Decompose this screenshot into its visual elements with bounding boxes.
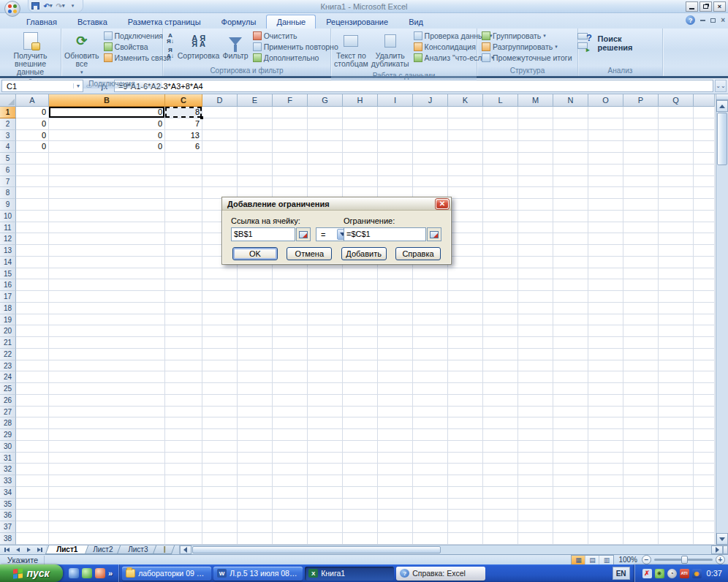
cell-P14[interactable] — [623, 257, 659, 268]
cell-K3[interactable] — [448, 130, 483, 142]
cell-G18[interactable] — [308, 303, 343, 314]
insert-sheet-tab[interactable] — [153, 545, 175, 554]
cell-I16[interactable] — [378, 279, 413, 291]
cell-J2[interactable] — [413, 118, 448, 130]
cell-I23[interactable] — [378, 360, 413, 372]
cell-Q30[interactable] — [659, 441, 694, 453]
cell-A9[interactable] — [16, 199, 49, 211]
column-header-partial[interactable] — [694, 94, 715, 107]
cell-N19[interactable] — [553, 314, 588, 326]
zoom-track[interactable] — [654, 559, 713, 561]
help-dialog-button[interactable]: Справка — [395, 247, 441, 260]
cell-K17[interactable] — [448, 291, 483, 303]
cell-I24[interactable] — [378, 371, 413, 383]
cell-E33[interactable] — [238, 475, 273, 487]
cell-M6[interactable] — [518, 165, 553, 176]
cell-partial-32[interactable] — [694, 464, 715, 475]
cell-E21[interactable] — [238, 337, 273, 349]
cell-O32[interactable] — [588, 464, 623, 475]
cell-I30[interactable] — [378, 441, 413, 453]
cell-B29[interactable] — [49, 429, 165, 441]
dialog-close-icon[interactable]: ✕ — [436, 199, 449, 209]
cell-H3[interactable] — [343, 130, 378, 142]
cell-G3[interactable] — [308, 130, 343, 142]
row-header-21[interactable]: 21 — [0, 337, 16, 349]
group-button[interactable]: Группировать▾ — [479, 31, 575, 41]
cell-J4[interactable] — [413, 141, 448, 153]
cell-J6[interactable] — [413, 165, 448, 176]
cell-H33[interactable] — [343, 475, 378, 487]
cell-O9[interactable] — [588, 199, 623, 211]
cell-B26[interactable] — [49, 395, 165, 407]
cell-K27[interactable] — [448, 407, 483, 418]
cell-A38[interactable] — [16, 533, 49, 545]
cell-D6[interactable] — [202, 165, 238, 176]
cell-D37[interactable] — [202, 521, 238, 533]
cell-O2[interactable] — [588, 118, 623, 130]
row-header-37[interactable]: 37 — [0, 521, 16, 533]
row-header-17[interactable]: 17 — [0, 291, 16, 303]
cell-H7[interactable] — [343, 176, 378, 188]
cell-N31[interactable] — [553, 453, 588, 464]
cell-G24[interactable] — [308, 371, 343, 383]
cell-reference-input[interactable]: $B$1 — [231, 227, 295, 241]
cell-Q32[interactable] — [659, 464, 694, 475]
undo-dropdown-icon[interactable]: ▾ — [50, 3, 53, 9]
cell-F38[interactable] — [273, 533, 308, 545]
cell-Q34[interactable] — [659, 487, 694, 499]
cell-B25[interactable] — [49, 383, 165, 395]
cell-A32[interactable] — [16, 464, 49, 475]
cell-I15[interactable] — [378, 268, 413, 280]
cell-D33[interactable] — [202, 475, 238, 487]
cell-H22[interactable] — [343, 349, 378, 360]
cell-F2[interactable] — [273, 118, 308, 130]
antivirus-icon[interactable]: ✳ — [655, 569, 664, 578]
cell-M30[interactable] — [518, 441, 553, 453]
cell-B32[interactable] — [49, 464, 165, 475]
cell-M4[interactable] — [518, 141, 553, 153]
cell-N3[interactable] — [553, 130, 588, 142]
language-indicator[interactable]: EN — [613, 567, 630, 580]
cell-D19[interactable] — [202, 314, 238, 326]
cell-N4[interactable] — [553, 141, 588, 153]
cell-N9[interactable] — [553, 199, 588, 211]
cell-A35[interactable] — [16, 499, 49, 510]
office-button[interactable] — [0, 0, 25, 13]
cell-Q18[interactable] — [659, 303, 694, 314]
cell-C21[interactable] — [165, 337, 202, 349]
row-header-24[interactable]: 24 — [0, 371, 16, 383]
cell-K34[interactable] — [448, 487, 483, 499]
cell-I21[interactable] — [378, 337, 413, 349]
column-header-Q[interactable]: Q — [659, 94, 694, 107]
cell-L14[interactable] — [483, 257, 518, 268]
redo-button[interactable]: ↷▾ — [55, 1, 66, 11]
cell-M11[interactable] — [518, 222, 553, 234]
clear-filter-button[interactable]: Очистить — [251, 31, 341, 41]
cell-D28[interactable] — [202, 417, 238, 429]
cell-L37[interactable] — [483, 521, 518, 533]
cell-F37[interactable] — [273, 521, 308, 533]
cell-E19[interactable] — [238, 314, 273, 326]
cell-D20[interactable] — [202, 325, 238, 337]
row-header-32[interactable]: 32 — [0, 464, 16, 475]
cell-H17[interactable] — [343, 291, 378, 303]
cell-O29[interactable] — [588, 429, 623, 441]
cell-partial-34[interactable] — [694, 487, 715, 499]
cell-A36[interactable] — [16, 510, 49, 521]
cell-O4[interactable] — [588, 141, 623, 153]
cell-P31[interactable] — [623, 453, 659, 464]
cell-I28[interactable] — [378, 417, 413, 429]
cell-L34[interactable] — [483, 487, 518, 499]
cell-I25[interactable] — [378, 383, 413, 395]
cell-O17[interactable] — [588, 291, 623, 303]
cell-L30[interactable] — [483, 441, 518, 453]
cell-K20[interactable] — [448, 325, 483, 337]
cell-I29[interactable] — [378, 429, 413, 441]
cell-N38[interactable] — [553, 533, 588, 545]
sort-ascending-button[interactable]: АЯ↓ — [165, 32, 175, 45]
cell-A6[interactable] — [16, 165, 49, 176]
cell-Q37[interactable] — [659, 521, 694, 533]
cell-J35[interactable] — [413, 499, 448, 510]
cell-A27[interactable] — [16, 407, 49, 418]
cell-O30[interactable] — [588, 441, 623, 453]
